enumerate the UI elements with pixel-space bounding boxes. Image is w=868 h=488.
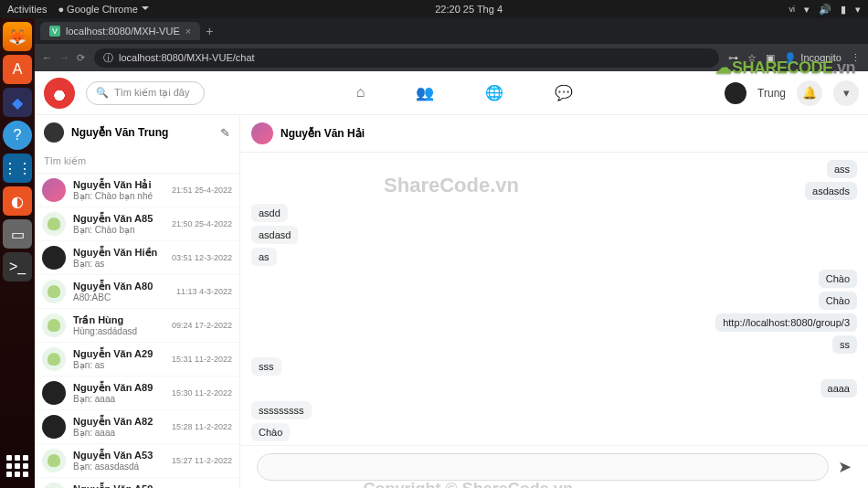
conversation-item[interactable]: Nguyễn Văn A85Bạn: Chào bạn21:50 25-4-20… (35, 207, 239, 241)
dock-terminal[interactable]: >_ (3, 252, 32, 281)
conversation-item[interactable]: Nguyễn Văn HiềnBạn: as03:51 12-3-2022 (35, 241, 239, 275)
conversation-item[interactable]: Nguyễn Văn A53Bạn: asasdasdá15:27 11-2-2… (35, 444, 239, 478)
app-page: 🔍 Tìm kiếm tại đây ⌂ 👥 🌐 💬 Trung 🔔 ▾ (35, 71, 868, 488)
message-outgoing: asdasds (805, 182, 857, 200)
header-username[interactable]: Trung (757, 87, 786, 100)
app-logo[interactable] (44, 78, 75, 109)
dock-editor[interactable]: ◆ (3, 88, 32, 117)
tab-close-icon[interactable]: × (185, 26, 191, 37)
message-incoming: as (251, 248, 277, 266)
conversation-preview: Bạn: aaaa (73, 394, 164, 404)
conversation-name: Nguyễn Văn A85 (73, 213, 164, 225)
url-box[interactable]: ⓘ localhost:8080/MXH-VUE/chat (94, 48, 719, 68)
url-text: localhost:8080/MXH-VUE/chat (119, 52, 255, 63)
conversation-item[interactable]: Nguyễn Văn HảiBạn: Chào bạn nhé21:51 25-… (35, 174, 239, 207)
dock-files[interactable]: ▭ (3, 219, 32, 249)
new-tab-button[interactable]: + (206, 24, 213, 38)
dock-help[interactable]: ? (3, 121, 32, 150)
conversation-avatar (42, 313, 66, 337)
conversation-name: Nguyễn Văn A53 (73, 450, 164, 461)
chat-header: Nguyễn Văn Hải (240, 115, 868, 153)
battery-icon[interactable]: ▮ (841, 4, 846, 16)
system-menu[interactable]: ▾ (855, 4, 861, 16)
conversation-name: Nguyễn Văn A89 (73, 382, 164, 394)
conversation-name: Nguyễn Văn A29 (73, 348, 164, 360)
tab-title: localhost:8080/MXH-VUE (66, 26, 180, 37)
conversation-item[interactable]: Nguyễn Văn A82Bạn: aaaa15:28 11-2-2022 (35, 410, 239, 444)
search-placeholder: Tìm kiếm tại đây (114, 87, 189, 99)
dock-firefox[interactable]: 🦊 (3, 22, 32, 51)
conversation-item[interactable]: Trần HùngHùng:asdádasd09:24 17-2-2022 (35, 309, 239, 343)
os-tray[interactable]: vi ▾ 🔊 ▮ ▾ (789, 4, 861, 16)
message-incoming: sssssssss (251, 401, 312, 419)
message-outgoing: http://localhost:8080/group/3 (715, 313, 857, 332)
header-avatar[interactable] (725, 82, 746, 104)
chrome-window: V localhost:8080/MXH-VUE × + ← → ⟳ ⓘ loc… (35, 18, 868, 488)
conversation-search[interactable]: Tìm kiếm (35, 150, 239, 174)
peer-name: Nguyễn Văn Hải (281, 127, 365, 140)
conversation-avatar (42, 246, 66, 270)
conversation-name: Nguyễn Văn A59 (73, 483, 164, 488)
conversation-item[interactable]: Nguyễn Văn A59Bạn: sss15:27 11-2-2022 (35, 478, 239, 488)
conversation-avatar (42, 415, 66, 439)
site-info-icon[interactable]: ⓘ (103, 51, 113, 65)
account-menu-button[interactable]: ▾ (833, 80, 859, 106)
global-search[interactable]: 🔍 Tìm kiếm tại đây (86, 81, 205, 105)
me-avatar[interactable] (44, 122, 64, 143)
ubuntu-dock: 🦊 A ◆ ? ⋮⋮ ◐ ▭ >_ (0, 18, 35, 488)
nav-reload-icon[interactable]: ⟳ (77, 52, 85, 64)
conversation-item[interactable]: Nguyễn Văn A80A80:ABC11:13 4-3-2022 (35, 275, 239, 309)
conversation-avatar (42, 449, 66, 472)
compose-button[interactable]: ✎ (220, 126, 230, 140)
dock-vscode[interactable]: ⋮⋮ (3, 154, 32, 183)
message-incoming: asdd (251, 204, 288, 222)
browser-tab[interactable]: V localhost:8080/MXH-VUE × (40, 22, 200, 40)
nav-chat-icon[interactable]: 💬 (555, 84, 573, 101)
conversation-name: Nguyễn Văn Hải (73, 179, 164, 191)
os-clock: 22:20 25 Thg 4 (435, 4, 503, 15)
me-name: Nguyễn Văn Trung (71, 126, 213, 139)
message-incoming: asdasd (251, 226, 298, 244)
conversation-preview: Bạn: Chào bạn (73, 225, 164, 235)
conversation-name: Nguyễn Văn Hiền (73, 247, 164, 259)
nav-forward-icon[interactable]: → (59, 52, 69, 64)
app-menu[interactable]: ● Google Chrome (58, 4, 148, 15)
composer: ➤ (240, 445, 868, 488)
peer-avatar[interactable] (251, 122, 273, 144)
message-outgoing: Chào (819, 270, 857, 288)
nav-home-icon[interactable]: ⌂ (356, 84, 365, 101)
nav-back-icon[interactable]: ← (42, 52, 52, 64)
watermark-logo: ☁SHARECODE.vn (715, 58, 855, 78)
dock-software[interactable]: A (3, 55, 32, 84)
lang-indicator[interactable]: vi (789, 5, 795, 14)
conversation-avatar (42, 483, 66, 488)
bell-icon: 🔔 (802, 86, 817, 100)
chevron-down-icon: ▾ (843, 86, 850, 100)
message-incoming: sss (251, 357, 281, 376)
conversation-time: 15:31 11-2-2022 (172, 355, 232, 364)
volume-icon[interactable]: 🔊 (819, 4, 831, 16)
conversation-avatar (42, 280, 66, 303)
conversation-preview: Bạn: as (73, 259, 164, 269)
conversation-time: 15:30 11-2-2022 (172, 388, 232, 398)
conversation-avatar (42, 347, 66, 371)
nav-friends-icon[interactable]: 👥 (416, 84, 434, 101)
dock-settings[interactable]: ◐ (3, 186, 32, 216)
conversation-item[interactable]: Nguyễn Văn A89Bạn: aaaa15:30 11-2-2022 (35, 377, 239, 410)
send-button[interactable]: ➤ (838, 457, 852, 477)
nav-globe-icon[interactable]: 🌐 (485, 84, 503, 101)
conversation-list[interactable]: Nguyễn Văn HảiBạn: Chào bạn nhé21:51 25-… (35, 174, 239, 488)
message-list[interactable]: assasdasdsasddasdasdasChàoChàohttp://loc… (240, 153, 868, 445)
notifications-button[interactable]: 🔔 (797, 80, 822, 106)
conversation-time: 21:51 25-4-2022 (172, 186, 232, 195)
activities-button[interactable]: Activities (7, 4, 47, 15)
conversation-name: Nguyễn Văn A80 (73, 281, 169, 292)
wifi-icon[interactable]: ▾ (804, 4, 810, 16)
message-input[interactable] (257, 453, 829, 481)
conversation-preview: Bạn: Chào bạn nhé (73, 191, 164, 201)
tab-strip: V localhost:8080/MXH-VUE × + (35, 18, 868, 44)
dock-apps-grid[interactable] (3, 451, 32, 481)
conversation-item[interactable]: Nguyễn Văn A29Bạn: as15:31 11-2-2022 (35, 343, 239, 377)
conversation-avatar (42, 212, 66, 236)
conversations-panel: Nguyễn Văn Trung ✎ Tìm kiếm Nguyễn Văn H… (35, 115, 240, 488)
